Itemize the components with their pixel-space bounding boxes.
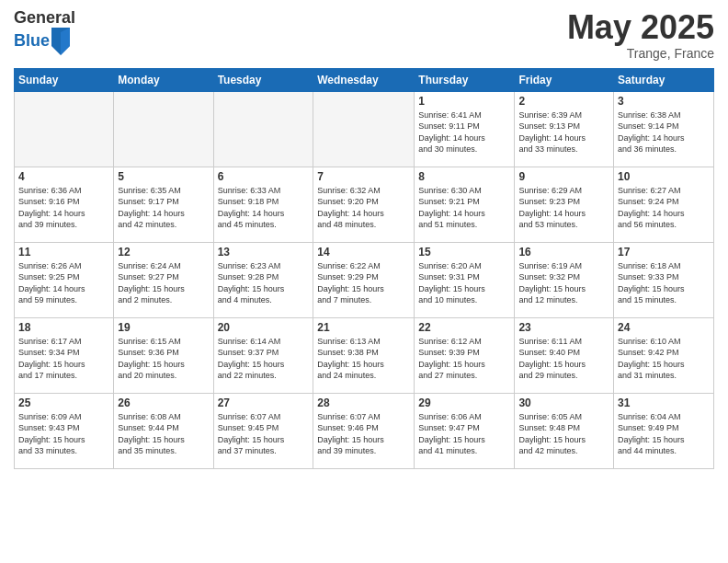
- day-info: Sunrise: 6:12 AM Sunset: 9:39 PM Dayligh…: [418, 336, 510, 382]
- svg-marker-1: [61, 28, 70, 55]
- day-info: Sunrise: 6:08 AM Sunset: 9:44 PM Dayligh…: [118, 411, 209, 457]
- table-row: 17Sunrise: 6:18 AM Sunset: 9:33 PM Dayli…: [614, 242, 714, 317]
- day-info: Sunrise: 6:19 AM Sunset: 9:32 PM Dayligh…: [518, 260, 609, 306]
- month-title: May 2025: [567, 9, 714, 46]
- day-number: 7: [317, 170, 410, 183]
- table-row: 5Sunrise: 6:35 AM Sunset: 9:17 PM Daylig…: [114, 167, 213, 242]
- day-info: Sunrise: 6:41 AM Sunset: 9:11 PM Dayligh…: [418, 109, 510, 155]
- day-number: 13: [218, 246, 310, 259]
- table-row: 24Sunrise: 6:10 AM Sunset: 9:42 PM Dayli…: [614, 317, 714, 393]
- day-info: Sunrise: 6:39 AM Sunset: 9:13 PM Dayligh…: [518, 109, 609, 155]
- day-number: 8: [418, 170, 510, 183]
- day-info: Sunrise: 6:07 AM Sunset: 9:45 PM Dayligh…: [218, 411, 310, 457]
- page: General Blue May 2025 Trange, France Sun…: [0, 0, 728, 563]
- table-row: 25Sunrise: 6:09 AM Sunset: 9:43 PM Dayli…: [15, 393, 114, 468]
- table-row: 11Sunrise: 6:26 AM Sunset: 9:25 PM Dayli…: [15, 242, 114, 317]
- calendar-week-row: 18Sunrise: 6:17 AM Sunset: 9:34 PM Dayli…: [15, 317, 714, 393]
- day-info: Sunrise: 6:13 AM Sunset: 9:38 PM Dayligh…: [317, 336, 410, 382]
- day-info: Sunrise: 6:04 AM Sunset: 9:49 PM Dayligh…: [618, 411, 710, 457]
- day-info: Sunrise: 6:14 AM Sunset: 9:37 PM Dayligh…: [218, 336, 310, 382]
- table-row: 19Sunrise: 6:15 AM Sunset: 9:36 PM Dayli…: [114, 317, 213, 393]
- table-row: 16Sunrise: 6:19 AM Sunset: 9:32 PM Dayli…: [515, 242, 614, 317]
- title-block: May 2025 Trange, France: [567, 9, 714, 61]
- day-info: Sunrise: 6:26 AM Sunset: 9:25 PM Dayligh…: [18, 260, 109, 306]
- table-row: 28Sunrise: 6:07 AM Sunset: 9:46 PM Dayli…: [313, 393, 415, 468]
- day-number: 25: [18, 396, 109, 409]
- logo-text: General Blue: [14, 9, 75, 55]
- day-number: 18: [18, 321, 109, 334]
- day-info: Sunrise: 6:06 AM Sunset: 9:47 PM Dayligh…: [418, 411, 510, 457]
- day-number: 21: [317, 321, 410, 334]
- table-row: 29Sunrise: 6:06 AM Sunset: 9:47 PM Dayli…: [415, 393, 515, 468]
- day-number: 1: [418, 95, 510, 108]
- table-row: [114, 91, 213, 167]
- table-row: 18Sunrise: 6:17 AM Sunset: 9:34 PM Dayli…: [15, 317, 114, 393]
- col-monday: Monday: [114, 68, 213, 91]
- day-number: 3: [618, 95, 710, 108]
- day-info: Sunrise: 6:36 AM Sunset: 9:16 PM Dayligh…: [18, 185, 109, 231]
- day-number: 17: [618, 246, 710, 259]
- calendar-week-row: 4Sunrise: 6:36 AM Sunset: 9:16 PM Daylig…: [15, 167, 714, 242]
- logo-blue: Blue: [14, 32, 50, 51]
- col-wednesday: Wednesday: [313, 68, 415, 91]
- table-row: 8Sunrise: 6:30 AM Sunset: 9:21 PM Daylig…: [415, 167, 515, 242]
- day-number: 28: [317, 396, 410, 409]
- table-row: 2Sunrise: 6:39 AM Sunset: 9:13 PM Daylig…: [515, 91, 614, 167]
- table-row: 21Sunrise: 6:13 AM Sunset: 9:38 PM Dayli…: [313, 317, 415, 393]
- day-info: Sunrise: 6:38 AM Sunset: 9:14 PM Dayligh…: [618, 109, 710, 155]
- table-row: 15Sunrise: 6:20 AM Sunset: 9:31 PM Dayli…: [415, 242, 515, 317]
- table-row: 23Sunrise: 6:11 AM Sunset: 9:40 PM Dayli…: [515, 317, 614, 393]
- table-row: 7Sunrise: 6:32 AM Sunset: 9:20 PM Daylig…: [313, 167, 415, 242]
- table-row: 27Sunrise: 6:07 AM Sunset: 9:45 PM Dayli…: [213, 393, 313, 468]
- day-info: Sunrise: 6:10 AM Sunset: 9:42 PM Dayligh…: [618, 336, 710, 382]
- table-row: 9Sunrise: 6:29 AM Sunset: 9:23 PM Daylig…: [515, 167, 614, 242]
- day-info: Sunrise: 6:11 AM Sunset: 9:40 PM Dayligh…: [518, 336, 609, 382]
- table-row: 22Sunrise: 6:12 AM Sunset: 9:39 PM Dayli…: [415, 317, 515, 393]
- calendar-week-row: 11Sunrise: 6:26 AM Sunset: 9:25 PM Dayli…: [15, 242, 714, 317]
- day-number: 31: [618, 396, 710, 409]
- calendar-week-row: 25Sunrise: 6:09 AM Sunset: 9:43 PM Dayli…: [15, 393, 714, 468]
- table-row: 6Sunrise: 6:33 AM Sunset: 9:18 PM Daylig…: [213, 167, 313, 242]
- table-row: 26Sunrise: 6:08 AM Sunset: 9:44 PM Dayli…: [114, 393, 213, 468]
- table-row: [313, 91, 415, 167]
- day-number: 23: [518, 321, 609, 334]
- day-info: Sunrise: 6:35 AM Sunset: 9:17 PM Dayligh…: [118, 185, 209, 231]
- col-friday: Friday: [515, 68, 614, 91]
- logo-general: General: [14, 9, 75, 28]
- table-row: 20Sunrise: 6:14 AM Sunset: 9:37 PM Dayli…: [213, 317, 313, 393]
- day-info: Sunrise: 6:05 AM Sunset: 9:48 PM Dayligh…: [518, 411, 609, 457]
- day-number: 5: [118, 170, 209, 183]
- day-info: Sunrise: 6:24 AM Sunset: 9:27 PM Dayligh…: [118, 260, 209, 306]
- day-number: 14: [317, 246, 410, 259]
- day-info: Sunrise: 6:18 AM Sunset: 9:33 PM Dayligh…: [618, 260, 710, 306]
- day-info: Sunrise: 6:30 AM Sunset: 9:21 PM Dayligh…: [418, 185, 510, 231]
- day-number: 9: [518, 170, 609, 183]
- location: Trange, France: [567, 46, 714, 61]
- day-number: 24: [618, 321, 710, 334]
- day-info: Sunrise: 6:07 AM Sunset: 9:46 PM Dayligh…: [317, 411, 410, 457]
- table-row: 12Sunrise: 6:24 AM Sunset: 9:27 PM Dayli…: [114, 242, 213, 317]
- day-number: 16: [518, 246, 609, 259]
- table-row: 14Sunrise: 6:22 AM Sunset: 9:29 PM Dayli…: [313, 242, 415, 317]
- day-info: Sunrise: 6:32 AM Sunset: 9:20 PM Dayligh…: [317, 185, 410, 231]
- col-tuesday: Tuesday: [213, 68, 313, 91]
- day-number: 22: [418, 321, 510, 334]
- day-info: Sunrise: 6:15 AM Sunset: 9:36 PM Dayligh…: [118, 336, 209, 382]
- table-row: 30Sunrise: 6:05 AM Sunset: 9:48 PM Dayli…: [515, 393, 614, 468]
- col-saturday: Saturday: [614, 68, 714, 91]
- logo: General Blue: [14, 9, 75, 55]
- calendar-week-row: 1Sunrise: 6:41 AM Sunset: 9:11 PM Daylig…: [15, 91, 714, 167]
- day-number: 19: [118, 321, 209, 334]
- day-number: 29: [418, 396, 510, 409]
- day-info: Sunrise: 6:22 AM Sunset: 9:29 PM Dayligh…: [317, 260, 410, 306]
- day-number: 4: [18, 170, 109, 183]
- logo-icon: [51, 28, 70, 55]
- table-row: [15, 91, 114, 167]
- day-number: 11: [18, 246, 109, 259]
- table-row: 3Sunrise: 6:38 AM Sunset: 9:14 PM Daylig…: [614, 91, 714, 167]
- day-number: 10: [618, 170, 710, 183]
- calendar-header-row: Sunday Monday Tuesday Wednesday Thursday…: [15, 68, 714, 91]
- day-number: 2: [518, 95, 609, 108]
- table-row: 10Sunrise: 6:27 AM Sunset: 9:24 PM Dayli…: [614, 167, 714, 242]
- table-row: 31Sunrise: 6:04 AM Sunset: 9:49 PM Dayli…: [614, 393, 714, 468]
